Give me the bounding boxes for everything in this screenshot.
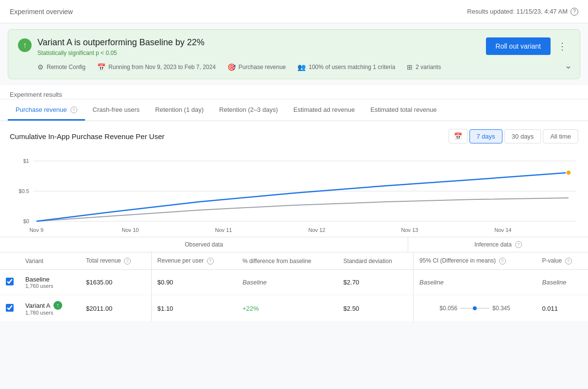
- col-revenue-per-user: Revenue per user ?: [151, 252, 237, 270]
- meta-remote-config-label: Remote Config: [47, 64, 86, 71]
- tab-retention-1day[interactable]: Retention (1 day): [147, 100, 211, 121]
- 30-days-button[interactable]: 30 days: [504, 129, 541, 143]
- col-p-value: P-value ?: [536, 252, 588, 270]
- total-revenue-help-icon[interactable]: ?: [124, 258, 131, 265]
- baseline-revenue-per-user: $0.90: [151, 270, 237, 295]
- p-value-help-icon[interactable]: ?: [565, 258, 572, 265]
- baseline-checkbox[interactable]: [6, 278, 14, 285]
- chart-section: Cumulative In-App Purchase Revenue Per U…: [0, 121, 588, 237]
- tab-retention-2-3days-label: Retention (2–3 days): [219, 106, 278, 113]
- baseline-pct-diff: Baseline: [237, 270, 338, 295]
- variant-a-variant-cell: Variant A ↑ 1,780 users: [19, 295, 80, 322]
- col-variant: Variant: [19, 252, 80, 270]
- target-icon: 🎯: [227, 63, 236, 71]
- experiment-results-section: Experiment results: [0, 85, 588, 98]
- col-std-dev: Standard deviation: [338, 252, 414, 270]
- baseline-variant-name: Baseline: [25, 276, 74, 283]
- experiment-results-label: Experiment results: [10, 91, 578, 98]
- ci-low: $0.056: [440, 305, 458, 312]
- results-updated: Results updated: 11/15/23, 4:47 AM ?: [467, 8, 578, 16]
- variant-a-std-dev: $2.50: [338, 295, 414, 322]
- time-buttons: 📅 7 days 30 days All time: [449, 129, 578, 143]
- tab-retention-1day-label: Retention (1 day): [155, 106, 204, 113]
- hero-title: Variant A is outperforming Baseline by 2…: [37, 37, 205, 48]
- tab-estimated-total-revenue[interactable]: Estimated total revenue: [363, 100, 445, 121]
- top-bar: Experiment overview Results updated: 11/…: [0, 0, 588, 23]
- col-ci: 95% CI (Difference in means) ?: [414, 252, 536, 270]
- baseline-user-count: 1,760 users: [25, 283, 74, 289]
- all-time-button[interactable]: All time: [543, 129, 578, 143]
- results-info-icon[interactable]: ?: [571, 8, 578, 16]
- tab-purchase-revenue-label: Purchase revenue: [16, 106, 67, 113]
- hero-subtitle: Statistically significant p < 0.05: [37, 50, 205, 56]
- meta-purchase-revenue: 🎯 Purchase revenue: [227, 63, 286, 71]
- variant-a-total-revenue: $2011.00: [80, 295, 151, 322]
- meta-variants: ⊞ 2 variants: [407, 63, 441, 71]
- tab-estimated-ad-revenue[interactable]: Estimated ad revenue: [286, 100, 363, 121]
- calendar-icon: 📅: [97, 63, 105, 71]
- results-table: Variant Total revenue ? Revenue per user…: [0, 252, 588, 322]
- col-pct-diff: % difference from baseline: [237, 252, 338, 270]
- results-updated-text: Results updated: 11/15/23, 4:47 AM: [467, 8, 568, 15]
- remote-config-icon: ⚙: [37, 63, 44, 71]
- meta-remote-config: ⚙ Remote Config: [37, 63, 86, 71]
- revenue-per-user-help-icon[interactable]: ?: [207, 258, 214, 265]
- variant-a-user-count: 1,780 users: [25, 310, 74, 316]
- svg-point-6: [566, 170, 571, 175]
- variant-a-p-value: 0.011: [536, 295, 588, 322]
- svg-text:Nov 9: Nov 9: [30, 227, 44, 233]
- chart-wrapper: $1 $0.5 $0 Nov 9 Nov 10 Nov 11 Nov 12 No…: [10, 149, 578, 237]
- meta-running: 📅 Running from Nov 9, 2023 to Feb 7, 202…: [97, 63, 216, 71]
- svg-text:Nov 10: Nov 10: [122, 227, 139, 233]
- calendar-button[interactable]: 📅: [449, 129, 467, 143]
- table-row: Baseline 1,760 users $1635.00 $0.90 Base…: [0, 270, 588, 295]
- variant-a-name: Variant A: [25, 302, 51, 309]
- svg-text:$1: $1: [23, 158, 29, 164]
- svg-text:Nov 11: Nov 11: [215, 227, 232, 233]
- meta-variants-label: 2 variants: [415, 64, 441, 71]
- table-row: Variant A ↑ 1,780 users $2011.00 $1.10 +…: [0, 295, 588, 322]
- more-options-icon[interactable]: ⋮: [554, 38, 570, 54]
- meta-purchase-revenue-label: Purchase revenue: [239, 64, 286, 71]
- variant-a-checkbox[interactable]: [6, 304, 14, 312]
- variants-icon: ⊞: [407, 63, 413, 71]
- variant-a-badge-icon: ↑: [53, 301, 62, 310]
- variant-a-checkbox-cell[interactable]: [0, 295, 19, 322]
- variant-a-pct-diff-badge: +22%: [242, 305, 259, 312]
- tab-retention-2-3days[interactable]: Retention (2–3 days): [211, 100, 286, 121]
- baseline-checkbox-cell[interactable]: [0, 270, 19, 295]
- tab-crash-free-users[interactable]: Crash-free users: [85, 100, 148, 121]
- observed-data-header: Observed data: [0, 237, 408, 252]
- tab-estimated-total-revenue-label: Estimated total revenue: [370, 106, 437, 113]
- tab-purchase-revenue-help-icon[interactable]: ?: [70, 106, 77, 113]
- users-icon: 👥: [297, 63, 306, 71]
- baseline-ci: Baseline: [414, 270, 536, 295]
- ci-dot: [473, 306, 477, 310]
- hero-actions: Roll out variant ⋮: [486, 37, 570, 55]
- revenue-chart: $1 $0.5 $0 Nov 9 Nov 10 Nov 11 Nov 12 No…: [10, 149, 578, 237]
- svg-text:$0: $0: [23, 218, 29, 224]
- chart-title: Cumulative In-App Purchase Revenue Per U…: [10, 132, 165, 141]
- hero-card: ↑ Variant A is outperforming Baseline by…: [8, 29, 580, 79]
- svg-text:$0.5: $0.5: [19, 188, 29, 194]
- page-title: Experiment overview: [10, 8, 73, 16]
- roll-out-button[interactable]: Roll out variant: [486, 37, 551, 55]
- inference-data-header: Inference data ?: [408, 237, 588, 252]
- col-checkbox: [0, 252, 19, 270]
- variant-a-ci: $0.056 $0.345: [414, 295, 536, 322]
- tab-purchase-revenue[interactable]: Purchase revenue ?: [8, 100, 85, 121]
- collapse-button[interactable]: ⌄: [565, 60, 572, 71]
- data-table-wrapper: Observed data Inference data ? Variant T…: [0, 237, 588, 322]
- svg-text:Nov 14: Nov 14: [495, 227, 512, 233]
- meta-users-matching: 👥 100% of users matching 1 criteria: [297, 63, 395, 71]
- baseline-variant-cell: Baseline 1,760 users: [19, 270, 80, 295]
- baseline-std-dev: $2.70: [338, 270, 414, 295]
- col-total-revenue: Total revenue ?: [80, 252, 151, 270]
- svg-text:Nov 12: Nov 12: [309, 227, 326, 233]
- meta-running-label: Running from Nov 9, 2023 to Feb 7, 2024: [108, 64, 216, 71]
- inference-data-help-icon[interactable]: ?: [515, 241, 522, 248]
- tab-crash-free-users-label: Crash-free users: [93, 106, 140, 113]
- baseline-p-value: Baseline: [536, 270, 588, 295]
- ci-help-icon[interactable]: ?: [499, 258, 506, 265]
- 7-days-button[interactable]: 7 days: [469, 129, 502, 143]
